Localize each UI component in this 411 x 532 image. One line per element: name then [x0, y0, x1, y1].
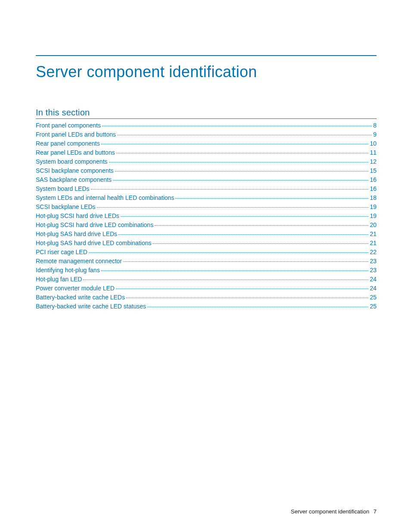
- toc-link[interactable]: Battery-backed write cache LEDs: [36, 293, 125, 302]
- toc-link[interactable]: Hot-plug SCSI hard drive LED combination…: [36, 221, 153, 230]
- toc-page-number: 23: [370, 257, 377, 266]
- toc-entry[interactable]: SAS backplane components16: [36, 175, 377, 184]
- toc-page-number: 24: [370, 284, 377, 293]
- toc-leader: [91, 189, 369, 190]
- toc-leader: [123, 261, 368, 262]
- toc-leader: [113, 180, 369, 180]
- toc-leader: [118, 234, 368, 235]
- toc-leader: [83, 280, 368, 280]
- toc-page-number: 24: [370, 275, 377, 284]
- toc-link[interactable]: Rear panel LEDs and buttons: [36, 148, 115, 157]
- footer-page-number: 7: [374, 508, 377, 515]
- toc-link[interactable]: Hot-plug SCSI hard drive LEDs: [36, 212, 119, 221]
- toc-entry[interactable]: PCI riser cage LED22: [36, 248, 377, 257]
- toc-link[interactable]: Remote management connector: [36, 257, 122, 266]
- toc-leader: [101, 271, 369, 271]
- toc-leader: [147, 307, 368, 307]
- toc-leader: [175, 198, 368, 199]
- toc-link[interactable]: Rear panel components: [36, 139, 100, 148]
- toc-entry[interactable]: Front panel components8: [36, 121, 377, 130]
- toc-page-number: 16: [370, 175, 377, 184]
- toc-page-number: 15: [370, 166, 377, 175]
- toc-page-number: 25: [370, 293, 377, 302]
- toc-entry[interactable]: System LEDs and internal health LED comb…: [36, 193, 377, 202]
- toc-page-number: 12: [370, 157, 377, 166]
- toc-leader: [97, 207, 369, 208]
- footer-section-title: Server component identification: [291, 508, 369, 515]
- toc-entry[interactable]: Hot-plug fan LED24: [36, 275, 377, 284]
- toc-entry[interactable]: Hot-plug SAS hard drive LED combinations…: [36, 239, 377, 248]
- toc-page-number: 20: [370, 221, 377, 230]
- toc-page-number: 8: [373, 121, 377, 130]
- toc-entry[interactable]: Hot-plug SCSI hard drive LEDs19: [36, 212, 377, 221]
- toc-page-number: 9: [373, 130, 377, 139]
- toc-link[interactable]: Front panel LEDs and buttons: [36, 130, 116, 139]
- toc-entry[interactable]: System board LEDs16: [36, 184, 377, 193]
- section-heading: In this section: [36, 108, 377, 119]
- toc-page-number: 18: [370, 193, 377, 202]
- toc-entry[interactable]: System board components12: [36, 157, 377, 166]
- toc-leader: [153, 243, 368, 244]
- toc-leader: [101, 144, 369, 144]
- toc-link[interactable]: System board LEDs: [36, 184, 90, 193]
- toc-entry[interactable]: Hot-plug SCSI hard drive LED combination…: [36, 221, 377, 230]
- toc-link[interactable]: Hot-plug SAS hard drive LEDs: [36, 230, 117, 239]
- title-rule: [36, 55, 377, 56]
- toc-page-number: 10: [370, 139, 377, 148]
- toc-entry[interactable]: Battery-backed write cache LED statuses2…: [36, 302, 377, 311]
- toc-link[interactable]: Hot-plug fan LED: [36, 275, 82, 284]
- toc-page-number: 25: [370, 302, 377, 311]
- toc-link[interactable]: Battery-backed write cache LED statuses: [36, 302, 146, 311]
- toc-page-number: 11: [370, 148, 377, 157]
- table-of-contents: Front panel components8 Front panel LEDs…: [36, 121, 377, 311]
- toc-link[interactable]: Hot-plug SAS hard drive LED combinations: [36, 239, 151, 248]
- toc-page-number: 16: [370, 184, 377, 193]
- toc-link[interactable]: SAS backplane components: [36, 175, 112, 184]
- toc-link[interactable]: System board components: [36, 157, 108, 166]
- toc-entry[interactable]: Power converter module LED24: [36, 284, 377, 293]
- toc-entry[interactable]: Rear panel LEDs and buttons11: [36, 148, 377, 157]
- toc-leader: [116, 289, 369, 289]
- toc-page-number: 22: [370, 248, 377, 257]
- toc-leader: [121, 216, 369, 217]
- page-container: Server component identification In this …: [0, 0, 411, 311]
- toc-page-number: 21: [370, 230, 377, 239]
- toc-link[interactable]: Identifying hot-plug fans: [36, 266, 100, 275]
- toc-leader: [115, 171, 369, 171]
- toc-leader: [126, 298, 368, 298]
- toc-leader: [116, 153, 369, 153]
- page-footer: Server component identification 7: [291, 508, 377, 515]
- toc-leader: [89, 252, 369, 253]
- toc-page-number: 19: [370, 212, 377, 221]
- toc-link[interactable]: SCSI backplane LEDs: [36, 202, 96, 212]
- toc-link[interactable]: Power converter module LED: [36, 284, 115, 293]
- toc-entry[interactable]: Front panel LEDs and buttons9: [36, 130, 377, 139]
- toc-leader: [102, 126, 372, 126]
- toc-page-number: 23: [370, 266, 377, 275]
- toc-entry[interactable]: Remote management connector23: [36, 257, 377, 266]
- page-title: Server component identification: [36, 63, 377, 81]
- toc-link[interactable]: SCSI backplane components: [36, 166, 114, 175]
- toc-entry[interactable]: Rear panel components10: [36, 139, 377, 148]
- toc-link[interactable]: Front panel components: [36, 121, 101, 130]
- toc-entry[interactable]: SCSI backplane components15: [36, 166, 377, 175]
- toc-entry[interactable]: Identifying hot-plug fans23: [36, 266, 377, 275]
- toc-entry[interactable]: Hot-plug SAS hard drive LEDs21: [36, 230, 377, 239]
- toc-page-number: 21: [370, 239, 377, 248]
- toc-leader: [155, 225, 368, 226]
- toc-entry[interactable]: Battery-backed write cache LEDs25: [36, 293, 377, 302]
- toc-leader: [117, 135, 372, 135]
- toc-link[interactable]: PCI riser cage LED: [36, 248, 87, 257]
- toc-page-number: 19: [370, 202, 377, 212]
- toc-leader: [109, 162, 369, 162]
- toc-link[interactable]: System LEDs and internal health LED comb…: [36, 193, 174, 202]
- toc-entry[interactable]: SCSI backplane LEDs19: [36, 202, 377, 212]
